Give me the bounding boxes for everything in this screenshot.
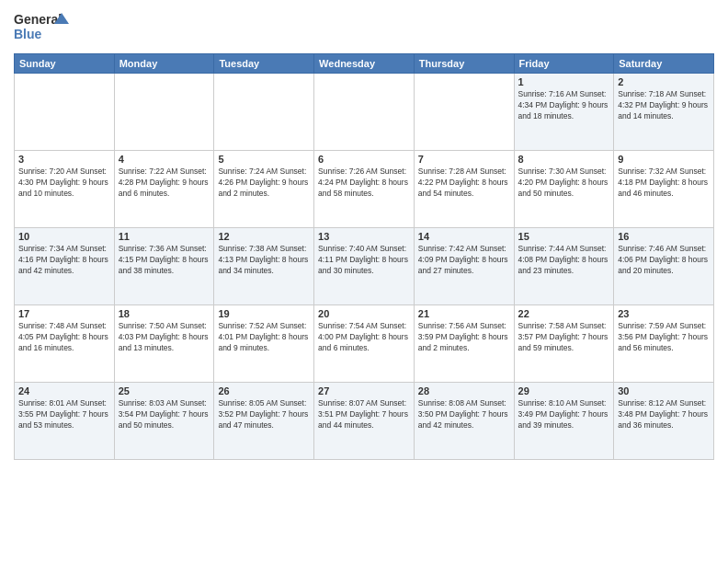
day-info: Sunrise: 7:16 AM Sunset: 4:34 PM Dayligh… [518,89,610,122]
day-number: 4 [119,154,210,165]
day-number: 6 [318,154,410,165]
day-info: Sunrise: 8:01 AM Sunset: 3:55 PM Dayligh… [18,398,110,431]
day-number: 18 [119,308,210,319]
day-cell: 23Sunrise: 7:59 AM Sunset: 3:56 PM Dayli… [614,305,714,383]
week-row-1: 1Sunrise: 7:16 AM Sunset: 4:34 PM Daylig… [15,74,714,151]
day-cell: 17Sunrise: 7:48 AM Sunset: 4:05 PM Dayli… [15,305,115,383]
header-cell-wednesday: Wednesday [314,54,415,74]
page: General Blue SundayMondayTuesdayWednesda… [0,0,728,563]
day-number: 23 [618,308,710,319]
day-number: 9 [618,154,710,165]
header: General Blue [14,9,714,46]
day-cell: 18Sunrise: 7:50 AM Sunset: 4:03 PM Dayli… [114,305,214,383]
day-info: Sunrise: 7:59 AM Sunset: 3:56 PM Dayligh… [618,321,710,354]
day-info: Sunrise: 7:24 AM Sunset: 4:26 PM Dayligh… [218,167,310,200]
day-info: Sunrise: 7:46 AM Sunset: 4:06 PM Dayligh… [618,244,710,277]
day-cell: 9Sunrise: 7:32 AM Sunset: 4:18 PM Daylig… [614,151,714,228]
day-number: 11 [119,231,210,242]
day-number: 14 [418,231,510,242]
day-cell: 19Sunrise: 7:52 AM Sunset: 4:01 PM Dayli… [214,305,314,383]
header-cell-sunday: Sunday [15,54,115,74]
day-number: 17 [18,308,110,319]
day-number: 28 [418,385,510,396]
day-number: 21 [418,308,510,319]
day-cell: 5Sunrise: 7:24 AM Sunset: 4:26 PM Daylig… [214,151,314,228]
day-number: 13 [318,231,410,242]
day-cell: 8Sunrise: 7:30 AM Sunset: 4:20 PM Daylig… [514,151,614,228]
day-cell [414,74,514,151]
day-number: 24 [18,385,110,396]
day-cell: 11Sunrise: 7:36 AM Sunset: 4:15 PM Dayli… [114,228,214,305]
day-cell: 10Sunrise: 7:34 AM Sunset: 4:16 PM Dayli… [15,228,115,305]
day-info: Sunrise: 7:38 AM Sunset: 4:13 PM Dayligh… [218,244,310,277]
week-row-5: 24Sunrise: 8:01 AM Sunset: 3:55 PM Dayli… [15,383,714,460]
day-cell [15,74,115,151]
day-cell: 29Sunrise: 8:10 AM Sunset: 3:49 PM Dayli… [514,383,614,460]
day-number: 29 [518,385,610,396]
week-row-3: 10Sunrise: 7:34 AM Sunset: 4:16 PM Dayli… [15,228,714,305]
week-row-2: 3Sunrise: 7:20 AM Sunset: 4:30 PM Daylig… [15,151,714,228]
day-number: 20 [318,308,410,319]
header-cell-saturday: Saturday [614,54,714,74]
day-info: Sunrise: 7:40 AM Sunset: 4:11 PM Dayligh… [318,244,410,277]
day-cell: 1Sunrise: 7:16 AM Sunset: 4:34 PM Daylig… [514,74,614,151]
day-cell: 7Sunrise: 7:28 AM Sunset: 4:22 PM Daylig… [414,151,514,228]
day-number: 2 [618,76,710,87]
header-cell-tuesday: Tuesday [214,54,314,74]
header-cell-monday: Monday [114,54,214,74]
day-cell: 26Sunrise: 8:05 AM Sunset: 3:52 PM Dayli… [214,383,314,460]
day-number: 30 [618,385,710,396]
day-number: 22 [518,308,610,319]
day-cell: 27Sunrise: 8:07 AM Sunset: 3:51 PM Dayli… [314,383,415,460]
calendar-body: 1Sunrise: 7:16 AM Sunset: 4:34 PM Daylig… [15,74,714,460]
day-info: Sunrise: 8:10 AM Sunset: 3:49 PM Dayligh… [518,398,610,431]
day-number: 19 [218,308,310,319]
day-number: 3 [18,154,110,165]
day-info: Sunrise: 8:05 AM Sunset: 3:52 PM Dayligh… [218,398,310,431]
day-info: Sunrise: 7:28 AM Sunset: 4:22 PM Dayligh… [418,167,510,200]
day-info: Sunrise: 7:50 AM Sunset: 4:03 PM Dayligh… [119,321,210,354]
day-info: Sunrise: 7:34 AM Sunset: 4:16 PM Dayligh… [18,244,110,277]
day-info: Sunrise: 7:42 AM Sunset: 4:09 PM Dayligh… [418,244,510,277]
day-number: 15 [518,231,610,242]
day-number: 27 [318,385,410,396]
day-info: Sunrise: 8:08 AM Sunset: 3:50 PM Dayligh… [418,398,510,431]
day-info: Sunrise: 7:30 AM Sunset: 4:20 PM Dayligh… [518,167,610,200]
day-number: 8 [518,154,610,165]
calendar-header: SundayMondayTuesdayWednesdayThursdayFrid… [15,54,714,74]
day-info: Sunrise: 7:44 AM Sunset: 4:08 PM Dayligh… [518,244,610,277]
header-cell-thursday: Thursday [414,54,514,74]
day-number: 26 [218,385,310,396]
logo-svg: General Blue [14,9,69,46]
day-number: 1 [518,76,610,87]
day-cell [314,74,415,151]
day-cell: 22Sunrise: 7:58 AM Sunset: 3:57 PM Dayli… [514,305,614,383]
day-info: Sunrise: 7:26 AM Sunset: 4:24 PM Dayligh… [318,167,410,200]
day-cell: 16Sunrise: 7:46 AM Sunset: 4:06 PM Dayli… [614,228,714,305]
day-cell [114,74,214,151]
day-info: Sunrise: 7:52 AM Sunset: 4:01 PM Dayligh… [218,321,310,354]
day-cell: 13Sunrise: 7:40 AM Sunset: 4:11 PM Dayli… [314,228,415,305]
day-info: Sunrise: 7:54 AM Sunset: 4:00 PM Dayligh… [318,321,410,354]
day-cell: 6Sunrise: 7:26 AM Sunset: 4:24 PM Daylig… [314,151,415,228]
day-number: 12 [218,231,310,242]
day-cell: 2Sunrise: 7:18 AM Sunset: 4:32 PM Daylig… [614,74,714,151]
day-info: Sunrise: 8:12 AM Sunset: 3:48 PM Dayligh… [618,398,710,431]
day-info: Sunrise: 7:18 AM Sunset: 4:32 PM Dayligh… [618,89,710,122]
svg-text:General: General [14,12,62,27]
day-info: Sunrise: 7:48 AM Sunset: 4:05 PM Dayligh… [18,321,110,354]
day-number: 5 [218,154,310,165]
day-info: Sunrise: 8:07 AM Sunset: 3:51 PM Dayligh… [318,398,410,431]
calendar-table: SundayMondayTuesdayWednesdayThursdayFrid… [14,53,714,460]
day-cell: 12Sunrise: 7:38 AM Sunset: 4:13 PM Dayli… [214,228,314,305]
svg-text:Blue: Blue [14,27,42,41]
day-info: Sunrise: 7:32 AM Sunset: 4:18 PM Dayligh… [618,167,710,200]
day-cell: 24Sunrise: 8:01 AM Sunset: 3:55 PM Dayli… [15,383,115,460]
day-info: Sunrise: 7:20 AM Sunset: 4:30 PM Dayligh… [18,167,110,200]
header-row: SundayMondayTuesdayWednesdayThursdayFrid… [15,54,714,74]
week-row-4: 17Sunrise: 7:48 AM Sunset: 4:05 PM Dayli… [15,305,714,383]
day-number: 7 [418,154,510,165]
day-number: 10 [18,231,110,242]
header-cell-friday: Friday [514,54,614,74]
day-cell: 14Sunrise: 7:42 AM Sunset: 4:09 PM Dayli… [414,228,514,305]
